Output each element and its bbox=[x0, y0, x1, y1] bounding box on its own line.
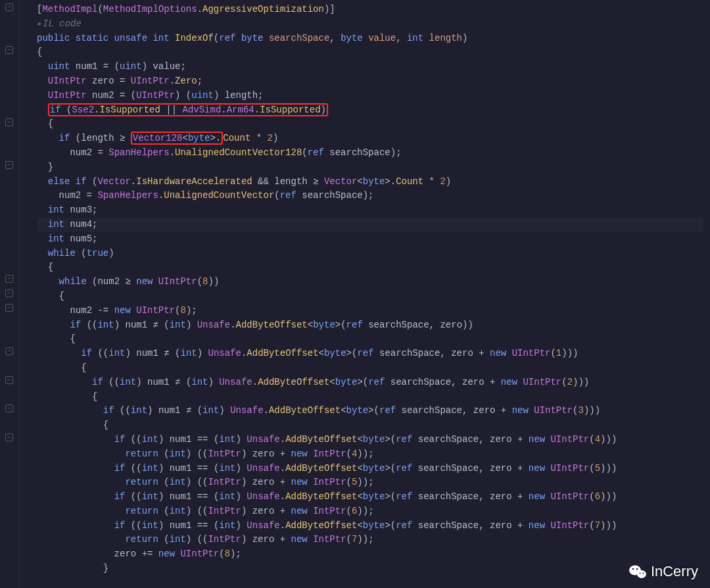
fold-icon[interactable]: − bbox=[5, 46, 13, 54]
code-line: { bbox=[37, 260, 703, 275]
code-line: { bbox=[37, 45, 703, 60]
code-line: zero += new UIntPtr(8); bbox=[37, 547, 703, 562]
svg-point-2 bbox=[632, 568, 634, 570]
svg-point-5 bbox=[642, 573, 644, 574]
code-line: public static unsafe int IndexOf(ref byt… bbox=[37, 32, 703, 46]
highlighted-line-2: if (length ≥ Vector128<byte>.Count * 2) bbox=[37, 132, 703, 146]
code-line: while (num2 ≥ new UIntPtr(8)) bbox=[37, 275, 703, 289]
code-line: } bbox=[37, 562, 703, 576]
fold-icon[interactable]: − bbox=[5, 376, 13, 384]
fold-icon[interactable]: − bbox=[5, 161, 13, 169]
code-line: if ((int) num1 ≠ (int) Unsafe.AddByteOff… bbox=[37, 404, 703, 418]
nested-block: if ((int) num1 ≠ (int) Unsafe.AddByteOff… bbox=[37, 347, 703, 547]
code-line: UIntPtr zero = UIntPtr.Zero; bbox=[37, 74, 703, 89]
code-line: num2 = SpanHelpers.UnalignedCountVector(… bbox=[37, 189, 703, 203]
code-editor[interactable]: [MethodImpl(MethodImplOptions.Aggressive… bbox=[20, 0, 710, 588]
fold-icon[interactable]: − bbox=[5, 118, 13, 126]
code-line: [MethodImpl(MethodImplOptions.Aggressive… bbox=[37, 3, 703, 17]
code-line: UIntPtr num2 = (UIntPtr) (uint) length; bbox=[37, 89, 703, 103]
code-line: if ((int) num1 ≠ (int) Unsafe.AddByteOff… bbox=[37, 376, 703, 390]
code-line: uint num1 = (uint) value; bbox=[37, 60, 703, 74]
code-line: int num4; bbox=[37, 218, 703, 232]
fold-icon[interactable]: − bbox=[5, 347, 13, 355]
code-line: return (int) ((IntPtr) zero + new IntPtr… bbox=[37, 533, 703, 547]
code-line: return (int) ((IntPtr) zero + new IntPtr… bbox=[37, 476, 703, 490]
fold-icon[interactable]: − bbox=[5, 304, 13, 312]
svg-point-3 bbox=[636, 568, 638, 570]
code-line: if ((int) num1 == (int) Unsafe.AddByteOf… bbox=[37, 462, 703, 476]
code-line: { bbox=[37, 418, 703, 433]
code-line: if ((int) num1 == (int) Unsafe.AddByteOf… bbox=[37, 519, 703, 533]
code-line: int num5; bbox=[37, 232, 703, 247]
fold-icon[interactable]: − bbox=[5, 404, 13, 412]
code-line: while (true) bbox=[37, 247, 703, 261]
code-line: } bbox=[37, 160, 703, 175]
code-line: return (int) ((IntPtr) zero + new IntPtr… bbox=[37, 504, 703, 519]
editor-gutter: − − − − − − − − − − − bbox=[0, 0, 20, 588]
fold-icon[interactable]: − bbox=[5, 289, 13, 297]
code-line: num2 -= new UIntPtr(8); bbox=[37, 304, 703, 318]
highlighted-line-1: if (Sse2.IsSupported || AdvSimd.Arm64.Is… bbox=[37, 103, 703, 118]
code-line: { bbox=[37, 332, 703, 347]
code-line: if ((int) num1 ≠ (int) Unsafe.AddByteOff… bbox=[37, 318, 703, 333]
fold-icon[interactable]: − bbox=[5, 275, 13, 283]
code-line: if ((int) num1 == (int) Unsafe.AddByteOf… bbox=[37, 433, 703, 447]
code-line: else if (Vector.IsHardwareAccelerated &&… bbox=[37, 175, 703, 189]
code-line: { bbox=[37, 390, 703, 404]
watermark-text: InCerry bbox=[651, 563, 698, 580]
code-line: if ((int) num1 ≠ (int) Unsafe.AddByteOff… bbox=[37, 347, 703, 361]
svg-point-1 bbox=[637, 570, 646, 578]
code-line: int num3; bbox=[37, 203, 703, 218]
code-line: if ((int) num1 == (int) Unsafe.AddByteOf… bbox=[37, 490, 703, 504]
fold-icon[interactable]: − bbox=[5, 433, 13, 441]
code-line: { bbox=[37, 361, 703, 376]
wechat-icon bbox=[628, 564, 647, 579]
fold-icon[interactable]: − bbox=[5, 3, 13, 11]
il-code-comment: ❖IL code bbox=[37, 17, 703, 32]
watermark: InCerry bbox=[628, 563, 698, 580]
code-line: { bbox=[37, 289, 703, 304]
diamond-icon: ❖ bbox=[37, 20, 41, 28]
code-line: { bbox=[37, 117, 703, 132]
svg-point-4 bbox=[639, 573, 640, 574]
code-line: num2 = SpanHelpers.UnalignedCountVector1… bbox=[37, 146, 703, 160]
code-line: return (int) ((IntPtr) zero + new IntPtr… bbox=[37, 447, 703, 462]
